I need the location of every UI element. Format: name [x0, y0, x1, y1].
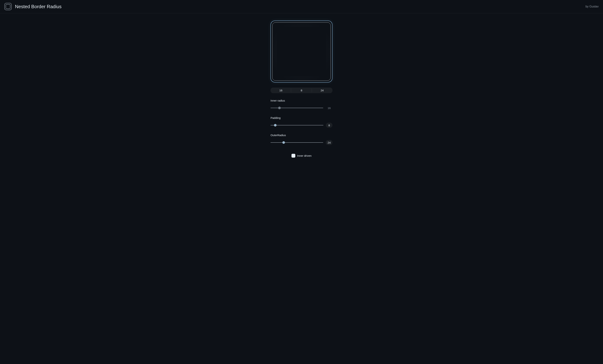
author-credit: by Gustav	[586, 5, 599, 8]
slider-track[interactable]	[270, 142, 323, 143]
segment-outer-radius[interactable]: 24	[312, 88, 333, 93]
preview-outer-box	[270, 21, 333, 82]
slider-label: Inner radius	[270, 99, 333, 102]
slider-track[interactable]	[270, 125, 323, 125]
slider-thumb[interactable]	[274, 124, 277, 126]
slider-value: 24	[326, 140, 333, 145]
segment-padding[interactable]: 8	[291, 88, 312, 93]
main-content: 16 8 24 Inner radius 16 Padding 8 O	[0, 13, 603, 165]
segmented-values: 16 8 24	[270, 88, 333, 93]
controls-panel: 16 8 24 Inner radius 16 Padding 8 O	[270, 88, 333, 158]
page-title: Nested Border Radius	[15, 4, 62, 10]
header: Nested Border Radius by Gustav	[0, 0, 603, 13]
slider-row: 8	[270, 123, 333, 128]
preview-inner-box	[272, 22, 331, 81]
slider-label: Padding	[270, 116, 333, 119]
header-left: Nested Border Radius	[4, 3, 62, 10]
slider-thumb[interactable]	[282, 141, 285, 144]
segment-inner-radius[interactable]: 16	[270, 88, 291, 93]
slider-row: 24	[270, 140, 333, 145]
nested-square-icon	[4, 3, 12, 10]
slider-value: 8	[326, 123, 333, 128]
checkbox-label: Inner driven	[297, 154, 312, 157]
slider-thumb[interactable]	[278, 107, 281, 109]
inner-driven-checkbox[interactable]	[291, 154, 295, 158]
slider-outer-radius: OuterRadius 24	[270, 133, 333, 145]
slider-label: OuterRadius	[270, 133, 333, 137]
checkbox-row: Inner driven	[270, 154, 333, 158]
slider-row: 16	[270, 105, 333, 110]
slider-track[interactable]	[270, 108, 323, 108]
slider-padding: Padding 8	[270, 116, 333, 128]
slider-inner-radius: Inner radius 16	[270, 99, 333, 110]
slider-value: 16	[326, 105, 333, 110]
